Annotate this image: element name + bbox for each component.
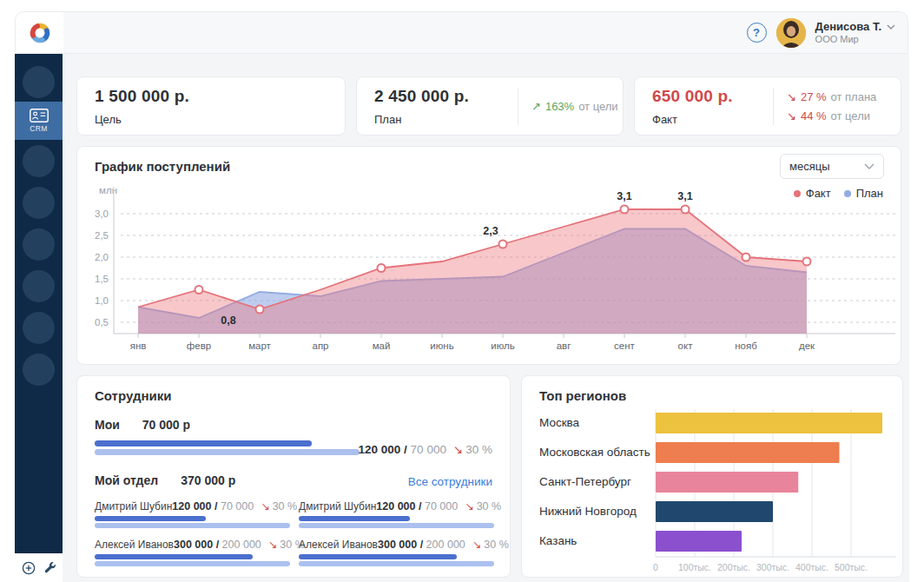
delta-suffix: от цели: [831, 109, 870, 122]
revenue-area-chart: млн3,02,52,01,51,00,5янвфеврмартапрмайию…: [88, 182, 900, 355]
employees-grid: Дмитрий Шубин120 000 / 70 000↘30 %Дмитри…: [95, 499, 494, 566]
area-Факт: [138, 209, 807, 334]
x-tick-label: май: [373, 341, 391, 351]
fact-value: 300 000 /: [378, 539, 426, 551]
user-company: ООО Мир: [815, 34, 895, 46]
employee-values: 120 000 / 70 000↘30 %: [376, 499, 501, 513]
trend-down-icon: ↘: [787, 109, 796, 122]
goal-label: Цель: [95, 113, 122, 126]
x-tick-label: 0: [653, 562, 658, 572]
y-tick-label: 2,0: [95, 252, 109, 262]
x-tick-label: сент: [614, 341, 635, 351]
progress-bar-secondary: [299, 523, 494, 528]
department-amount: 370 000 р: [181, 473, 235, 487]
employees-card: Сотрудники Мои 70 000 р 120 000 / 70 000…: [76, 375, 511, 578]
kpi-card-fact: 650 000 р. Факт ↘ 27 % от плана ↘ 44 % о…: [634, 76, 901, 136]
delta-percent: 163%: [545, 100, 574, 113]
employee-values: 300 000 / 200 000↘30 %: [174, 538, 305, 551]
plan-value: 70 000: [221, 500, 254, 513]
sidebar-item-crm-label: CRM: [30, 124, 48, 133]
sidebar-item-placeholder[interactable]: [23, 66, 55, 98]
my-progress-bars: [95, 440, 360, 458]
progress-bar-secondary: [95, 523, 290, 528]
x-tick-label: янв: [130, 341, 147, 351]
trend-down-icon: ↘: [254, 500, 269, 513]
delta-suffix: от плана: [831, 90, 877, 103]
trend-down-icon: ↘: [446, 443, 463, 456]
fact-label: Факт: [652, 113, 677, 126]
data-point-label: 3,1: [617, 190, 631, 202]
y-tick-label: 1,5: [95, 274, 109, 284]
trend-down-icon: ↘: [261, 539, 277, 551]
kpi-card-plan: 2 450 000 р. План ↗ 163% от цели: [356, 76, 624, 136]
my-label: Мои: [95, 418, 120, 432]
fact-value: 300 000 /: [174, 539, 222, 551]
x-tick-label: июль: [491, 341, 515, 351]
progress-bar-primary: [95, 516, 206, 521]
user-menu[interactable]: Денисова Т. ООО Мир: [815, 20, 895, 46]
sidebar-item-placeholder[interactable]: [23, 312, 55, 344]
sidebar-item-placeholder[interactable]: [23, 228, 55, 261]
data-point-marker: [256, 306, 264, 314]
employee-name: Алексей Иванов: [299, 539, 378, 551]
employee-row: Алексей Иванов300 000 / 200 000↘30 %: [95, 538, 290, 566]
trend-down-icon: ↘: [787, 90, 796, 103]
employee-values: 300 000 / 200 000↘30 %: [378, 538, 509, 551]
data-point-marker: [195, 286, 203, 294]
delta-percent: 44 %: [801, 109, 827, 122]
sidebar-item-placeholder[interactable]: [23, 187, 55, 219]
all-employees-link[interactable]: Все сотрудники: [408, 475, 492, 488]
help-button[interactable]: ?: [747, 23, 767, 43]
data-point-label: 0,8: [221, 314, 235, 327]
avatar[interactable]: [776, 18, 806, 48]
user-name: Денисова Т.: [815, 20, 881, 34]
data-point-marker: [499, 241, 507, 248]
sidebar-item-placeholder[interactable]: [23, 145, 55, 177]
divider: [773, 88, 774, 125]
chevron-down-icon: [887, 24, 895, 30]
x-tick-label: 200тыс.: [717, 562, 750, 572]
plan-value: 2 450 000 р.: [374, 87, 469, 106]
period-selector[interactable]: месяцы: [780, 154, 884, 179]
revenue-chart-card: График поступлений месяцы Факт План млн3…: [76, 146, 901, 365]
plan-value: 70 000: [425, 500, 458, 513]
my-summary-row: Мои 70 000 р: [95, 418, 190, 432]
chart-title: График поступлений: [95, 159, 230, 174]
employee-name: Алексей Иванов: [95, 539, 174, 551]
sidebar-item-crm[interactable]: CRM: [15, 102, 63, 140]
sidebar-item-placeholder[interactable]: [23, 270, 55, 302]
progress-bar-primary: [95, 440, 312, 446]
data-point-marker: [378, 264, 386, 272]
x-tick-label: нояб: [735, 341, 757, 351]
wrench-settings-button[interactable]: [43, 561, 56, 574]
bar-Казань: [656, 531, 742, 552]
bar-Санкт-Петербург: [656, 472, 798, 493]
x-tick-label: 100тыс.: [678, 562, 711, 572]
x-tick-label: 300тыс.: [756, 562, 789, 572]
data-point-marker: [682, 206, 690, 214]
avatar-image: [776, 18, 806, 48]
delta-percent: 30 %: [270, 500, 298, 513]
fact-value: 120 000 /: [359, 443, 411, 456]
trend-up-icon: ↗: [531, 100, 541, 113]
kpi-card-goal: 1 500 000 р. Цель: [76, 76, 346, 136]
fact-value: 650 000 р.: [652, 87, 733, 106]
employee-name: Дмитрий Шубин: [95, 500, 172, 513]
region-label: Москва: [539, 416, 579, 429]
data-point-marker: [621, 206, 629, 214]
data-point-label: 2,3: [483, 225, 498, 237]
y-tick-label: 1,0: [95, 295, 109, 306]
progress-bar-primary: [299, 516, 410, 521]
x-tick-label: 500тыс.: [835, 562, 868, 572]
period-selector-value: месяцы: [789, 160, 830, 173]
delta-percent: 30 %: [463, 443, 492, 456]
sidebar-item-placeholder[interactable]: [23, 354, 55, 386]
bar-Московская область: [656, 442, 840, 463]
employees-title: Сотрудники: [95, 388, 171, 403]
fact-value: 120 000 /: [172, 500, 221, 513]
region-label: Нижний Новгород: [539, 505, 637, 518]
x-tick-label: 400тыс.: [795, 562, 828, 572]
progress-bar-secondary: [299, 561, 494, 566]
add-button[interactable]: [22, 561, 36, 575]
topbar-actions: ? Денисова Т. ООО Мир: [747, 12, 895, 53]
